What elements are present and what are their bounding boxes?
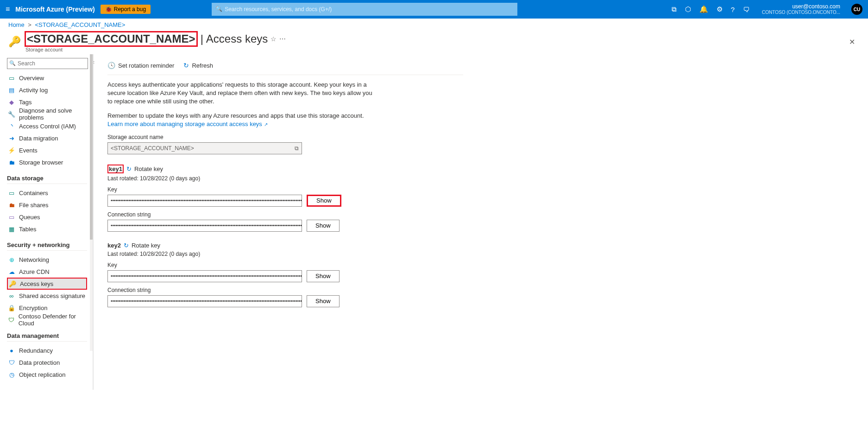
key2-show-button[interactable]: Show: [307, 270, 340, 282]
sidebar-item-redundancy[interactable]: ●Redundancy: [7, 344, 87, 356]
favorite-icon[interactable]: ☆: [270, 35, 277, 43]
sidebar-item-azure-cdn[interactable]: ☁Azure CDN: [7, 266, 87, 278]
sidebar-item-data-migration[interactable]: ➜Data migration: [7, 132, 87, 144]
sidebar-item-access-keys[interactable]: 🔑Access keys: [7, 278, 87, 290]
cloud-shell-icon[interactable]: ⧉: [672, 5, 677, 13]
sidebar-item-access-control-iam-[interactable]: ᔅAccess Control (IAM): [7, 120, 87, 132]
brand-label[interactable]: Microsoft Azure (Preview): [15, 6, 94, 13]
more-icon[interactable]: ⋯: [279, 35, 286, 43]
info-p2-text: Remember to update the keys with any Azu…: [107, 112, 364, 119]
refresh-button[interactable]: ↻ Refresh: [183, 62, 213, 69]
clock-icon: 🕓: [107, 62, 115, 69]
key2-header: key2 ↻ Rotate key: [107, 242, 463, 249]
feedback-icon[interactable]: 🗨: [743, 6, 750, 13]
nav-icon: ➜: [8, 135, 15, 142]
sidebar-item-label: Tables: [19, 226, 37, 233]
sidebar-item-contoso-defender-for-cloud[interactable]: 🛡Contoso Defender for Cloud: [7, 314, 87, 326]
key2-meta: Last rotated: 10/28/2022 (0 days ago): [107, 251, 463, 257]
sidebar-item-label: Overview: [19, 75, 44, 82]
sidebar-item-label: Access Control (IAM): [19, 123, 76, 130]
sidebar-item-data-protection[interactable]: 🛡Data protection: [7, 356, 87, 368]
scrollbar-thumb[interactable]: [90, 54, 93, 240]
nav-icon: ▤: [8, 87, 15, 94]
external-link-icon: ↗: [264, 122, 268, 127]
learn-more-text: Learn more about managing storage accoun…: [107, 121, 262, 127]
help-icon[interactable]: ?: [731, 6, 735, 13]
rotate-key1-button[interactable]: Rotate key: [134, 165, 163, 172]
sidebar-item-queues[interactable]: ▭Queues: [7, 211, 87, 223]
rotate-icon[interactable]: ↻: [126, 165, 132, 172]
search-icon: 🔍: [215, 6, 222, 12]
sidebar-item-events[interactable]: ⚡Events: [7, 144, 87, 156]
key1-key-label: Key: [107, 186, 463, 193]
key1-conn-show-button[interactable]: Show: [307, 220, 340, 232]
settings-icon[interactable]: ⚙: [717, 5, 723, 13]
sidebar-item-label: Shared access signature: [19, 292, 85, 299]
resource-type: Storage account: [25, 47, 286, 52]
page-header: 🔑 <STORAGE_ACCOUNT_NAME> | Access keys ☆…: [0, 31, 868, 54]
nav-icon: 🔑: [9, 280, 16, 287]
notifications-icon[interactable]: 🔔: [699, 5, 708, 13]
nav-icon: 🖿: [8, 159, 15, 166]
learn-more-link[interactable]: Learn more about managing storage accoun…: [107, 121, 268, 127]
key1-header: key1 ↻ Rotate key: [107, 165, 463, 173]
avatar[interactable]: CU: [851, 4, 862, 15]
sidebar-item-storage-browser[interactable]: 🖿Storage browser: [7, 156, 87, 168]
nav-icon: ▭: [8, 190, 15, 197]
sidebar-search-input[interactable]: [7, 58, 88, 69]
storage-account-name-value: <STORAGE_ACCOUNT_NAME>: [111, 145, 194, 152]
sidebar-item-containers[interactable]: ▭Containers: [7, 187, 87, 199]
storage-account-name-field: <STORAGE_ACCOUNT_NAME> ⧉: [107, 142, 302, 154]
sidebar-item-label: Activity log: [19, 87, 48, 94]
info-paragraph-2: Remember to update the keys with any Azu…: [107, 112, 376, 128]
sidebar-group-data-mgmt: Data management: [7, 332, 87, 342]
report-bug-button[interactable]: 🐞 Report a bug: [101, 5, 151, 14]
sidebar-item-shared-access-signature[interactable]: ∞Shared access signature: [7, 290, 87, 302]
sidebar-item-networking[interactable]: ⊕Networking: [7, 254, 87, 266]
info-paragraph-1: Access keys authenticate your applicatio…: [107, 81, 376, 106]
close-icon[interactable]: ✕: [849, 38, 860, 46]
refresh-icon: ↻: [183, 62, 189, 69]
nav-icon: ●: [8, 347, 15, 354]
rotate-key2-button[interactable]: Rotate key: [132, 242, 160, 249]
key2-conn-value: ••••••••••••••••••••••••••••••••••••••••…: [107, 295, 302, 307]
sidebar-item-label: Azure CDN: [19, 268, 50, 275]
sidebar-item-label: Encryption: [19, 304, 47, 311]
nav-icon: ∞: [8, 292, 15, 299]
nav-icon: ⊕: [8, 256, 15, 263]
copy-icon[interactable]: ⧉: [295, 145, 299, 152]
nav-icon: 🔒: [8, 304, 15, 311]
global-search-input[interactable]: [212, 3, 517, 16]
nav-icon: ▭: [8, 214, 15, 221]
user-account[interactable]: user@contoso.com CONTOSO (CONTOSO.ONCONT…: [762, 4, 840, 15]
storage-account-name-label: Storage account name: [107, 134, 463, 140]
sidebar-item-overview[interactable]: ▭Overview: [7, 72, 87, 84]
rotation-reminder-label: Set rotation reminder: [118, 62, 174, 69]
sidebar-item-label: Storage browser: [19, 159, 63, 166]
sidebar-item-tables[interactable]: ▦Tables: [7, 223, 87, 235]
sidebar: « 🔍 ▭Overview▤Activity log◆Tags🔧Diagnose…: [0, 54, 93, 390]
sidebar-item-label: Tags: [19, 99, 31, 106]
sidebar-item-activity-log[interactable]: ▤Activity log: [7, 84, 87, 96]
key2-name: key2: [107, 242, 121, 249]
key1-key-value: ••••••••••••••••••••••••••••••••••••••••…: [107, 195, 302, 207]
hamburger-icon[interactable]: ≡: [6, 5, 10, 13]
set-rotation-reminder-button[interactable]: 🕓 Set rotation reminder: [107, 62, 174, 69]
key2-conn-show-button[interactable]: Show: [307, 295, 340, 307]
key1-conn-label: Connection string: [107, 211, 463, 218]
sidebar-item-object-replication[interactable]: ◷Object replication: [7, 368, 87, 381]
key1-show-button[interactable]: Show: [307, 195, 341, 207]
nav-icon: ▦: [8, 226, 15, 233]
user-directory: CONTOSO (CONTOSO.ONCONTO...: [762, 10, 840, 15]
sidebar-item-encryption[interactable]: 🔒Encryption: [7, 302, 87, 314]
sidebar-item-label: Contoso Defender for Cloud: [19, 313, 87, 327]
sidebar-item-file-shares[interactable]: 🖿File shares: [7, 199, 87, 211]
breadcrumb-home[interactable]: Home: [8, 21, 25, 28]
rotate-icon[interactable]: ↻: [124, 242, 129, 249]
sidebar-item-tags[interactable]: ◆Tags: [7, 96, 87, 108]
key1-meta: Last rotated: 10/28/2022 (0 days ago): [107, 175, 463, 182]
sidebar-item-diagnose-and-solve-problems[interactable]: 🔧Diagnose and solve problems: [7, 108, 87, 120]
directories-icon[interactable]: ⬡: [685, 5, 691, 13]
breadcrumb-resource[interactable]: <STORAGE_ACCOUNT_NAME>: [35, 21, 126, 28]
sidebar-item-label: Diagnose and solve problems: [19, 107, 87, 121]
